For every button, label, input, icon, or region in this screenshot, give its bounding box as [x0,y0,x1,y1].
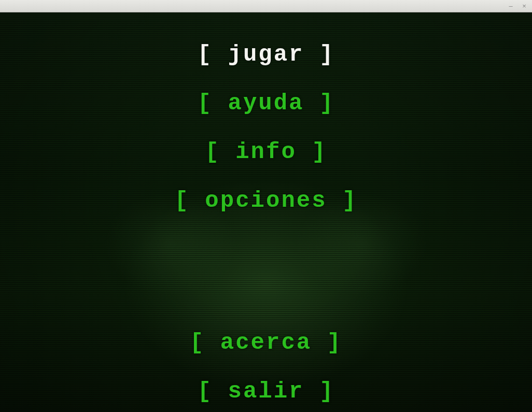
menu-item-acerca[interactable]: [ acerca ] [190,330,342,356]
menu-item-jugar[interactable]: [ jugar ] [198,41,335,67]
minimize-button[interactable]: – [507,3,514,10]
main-menu: [ jugar ] [ ayuda ] [ info ] [ opciones … [0,12,532,412]
game-viewport: [ jugar ] [ ayuda ] [ info ] [ opciones … [0,12,532,412]
menu-group-primary: [ jugar ] [ ayuda ] [ info ] [ opciones … [175,41,358,214]
menu-item-info[interactable]: [ info ] [205,139,327,165]
menu-item-opciones[interactable]: [ opciones ] [175,188,358,214]
menu-item-ayuda[interactable]: [ ayuda ] [198,90,335,116]
close-button[interactable]: × [521,3,528,10]
menu-item-salir[interactable]: [ salir ] [198,378,335,404]
menu-group-secondary: [ acerca ] [ salir ] [190,330,342,404]
window-titlebar: – × [0,0,532,12]
